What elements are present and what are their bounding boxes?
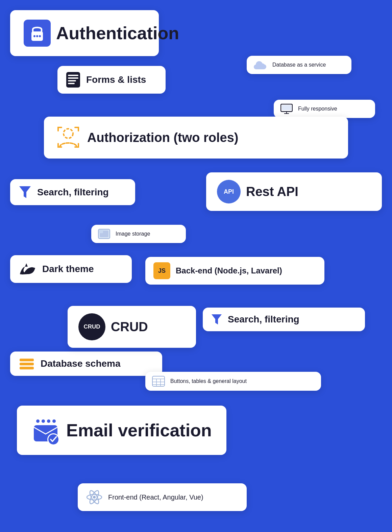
search-filter-card-2: Search, filtering: [203, 308, 365, 331]
frontend-card: Front-end (React, Angular, Vue): [78, 483, 247, 511]
js-badge-icon: JS: [153, 262, 170, 279]
search-filter-card-1: Search, filtering: [10, 179, 135, 205]
responsive-card: Fully responsive: [274, 100, 375, 118]
svg-rect-17: [99, 230, 103, 233]
dbaas-label: Database as a service: [272, 62, 326, 68]
db-schema-card: Database schema: [10, 352, 162, 376]
svg-point-30: [52, 419, 56, 423]
responsive-label: Fully responsive: [298, 106, 337, 112]
svg-rect-8: [68, 83, 75, 84]
search-filter-label-1: Search, filtering: [37, 187, 109, 198]
funnel-icon-1: [18, 185, 32, 200]
db-icon: [18, 357, 35, 370]
table-icon: [152, 376, 165, 387]
image-storage-label: Image storage: [116, 231, 150, 237]
atom-icon: [86, 489, 103, 506]
buttons-tables-card: Buttons, tables & general layout: [145, 372, 321, 391]
svg-rect-7: [68, 80, 76, 81]
svg-rect-19: [20, 363, 34, 365]
image-icon: [98, 229, 110, 239]
svg-rect-18: [20, 359, 34, 361]
email-verification-label: Email verification: [66, 420, 212, 440]
crud-card: CRUD CRUD: [68, 306, 196, 348]
api-label: Rest API: [246, 185, 298, 199]
authorization-label: Authorization (two roles): [87, 130, 239, 145]
dark-theme-card: Dark theme: [10, 255, 132, 283]
crud-circle-icon: CRUD: [78, 313, 105, 340]
svg-point-14: [64, 129, 73, 138]
svg-point-1: [33, 35, 35, 37]
authentication-card: Authentication: [10, 10, 159, 56]
crud-label: CRUD: [111, 320, 148, 334]
email-verification-card: Email verification: [17, 406, 226, 455]
monitor-icon: [280, 104, 293, 114]
buttons-tables-label: Buttons, tables & general layout: [170, 378, 247, 384]
svg-point-37: [93, 496, 96, 499]
funnel-icon-2: [211, 313, 222, 326]
svg-point-2: [36, 35, 38, 37]
svg-point-28: [42, 419, 45, 423]
backend-card: JS Back-end (Node.js, Lavarel): [145, 257, 324, 285]
api-badge-icon: API: [217, 180, 241, 203]
svg-rect-5: [68, 75, 78, 76]
frontend-label: Front-end (React, Angular, Vue): [108, 493, 203, 501]
authorization-card: Authorization (two roles): [44, 117, 348, 159]
svg-point-29: [47, 419, 50, 423]
svg-rect-10: [282, 105, 291, 110]
list-icon: [66, 71, 81, 88]
person-icon: [55, 124, 82, 151]
shark-icon: [18, 261, 37, 277]
svg-point-27: [36, 419, 40, 423]
svg-point-3: [39, 35, 41, 37]
dark-theme-label: Dark theme: [42, 264, 94, 274]
backend-label: Back-end (Node.js, Lavarel): [176, 266, 282, 275]
dbaas-card: Database as a service: [247, 56, 351, 74]
cloud-icon: [253, 60, 267, 70]
svg-rect-20: [20, 367, 34, 369]
svg-rect-4: [66, 72, 80, 88]
email-icon: [30, 415, 61, 445]
lock-icon: [24, 20, 51, 47]
forms-label: Forms & lists: [86, 74, 146, 85]
search-filter-label-2: Search, filtering: [228, 314, 299, 325]
api-card: API Rest API: [206, 172, 382, 211]
forms-card: Forms & lists: [57, 66, 166, 94]
image-storage-card: Image storage: [91, 225, 186, 243]
svg-rect-6: [68, 77, 78, 79]
db-schema-label: Database schema: [41, 358, 121, 369]
authentication-label: Authentication: [56, 23, 179, 43]
